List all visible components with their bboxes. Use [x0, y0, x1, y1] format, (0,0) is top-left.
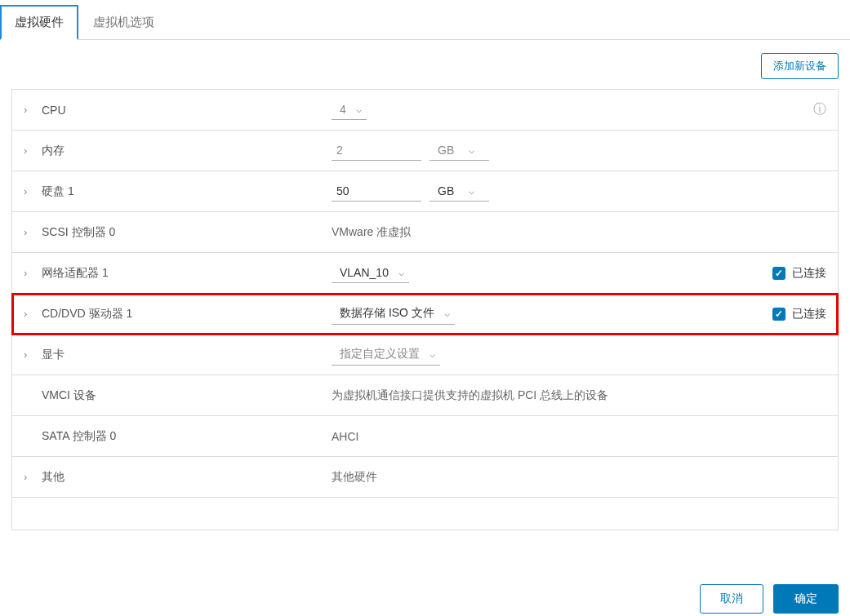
nic-select[interactable]: VLAN_10 ⌵ — [332, 263, 409, 283]
cddvd-connected-checkbox[interactable]: ✓ — [772, 308, 785, 321]
device-list: › CPU 4 ⌵ ⓘ › 内存 GB ⌵ › 硬盘 1 GB ⌵ — [11, 89, 839, 530]
row-scsi: › SCSI 控制器 0 VMware 准虚拟 — [12, 212, 838, 253]
disk-input[interactable] — [332, 181, 421, 202]
cpu-select[interactable]: 4 ⌵ — [332, 100, 367, 120]
tab-vm-options[interactable]: 虚拟机选项 — [78, 5, 169, 40]
row-label: CPU — [42, 104, 332, 117]
row-vmci: VMCI 设备 为虚拟机通信接口提供支持的虚拟机 PCI 总线上的设备 — [12, 375, 838, 416]
scsi-value: VMware 准虚拟 — [332, 225, 411, 240]
row-label: SCSI 控制器 0 — [42, 225, 332, 240]
row-gpu: › 显卡 指定自定义设置 ⌵ — [12, 335, 838, 375]
cddvd-connected-label: 已连接 — [792, 307, 826, 321]
disk-unit-select[interactable]: GB ⌵ — [429, 181, 489, 202]
memory-unit-select[interactable]: GB ⌵ — [429, 140, 489, 161]
toolbar: 添加新设备 — [0, 40, 850, 89]
tabs: 虚拟硬件 虚拟机选项 — [0, 0, 850, 40]
chevron-down-icon: ⌵ — [356, 104, 362, 115]
info-icon[interactable]: ⓘ — [813, 101, 826, 118]
row-label: 网络适配器 1 — [42, 266, 332, 281]
chevron-down-icon: ⌵ — [429, 348, 435, 360]
vmci-value: 为虚拟机通信接口提供支持的虚拟机 PCI 总线上的设备 — [332, 388, 608, 403]
nic-connected-label: 已连接 — [792, 266, 826, 281]
row-memory: › 内存 GB ⌵ — [12, 131, 838, 171]
row-cddvd: › CD/DVD 驱动器 1 数据存储 ISO 文件 ⌵ ✓ 已连接 — [12, 294, 838, 335]
chevron-right-icon[interactable]: › — [24, 471, 27, 483]
nic-connected-checkbox[interactable]: ✓ — [772, 267, 785, 280]
row-label: SATA 控制器 0 — [42, 429, 332, 444]
ok-button[interactable]: 确定 — [773, 584, 839, 614]
row-cpu: › CPU 4 ⌵ ⓘ — [12, 90, 838, 131]
row-label: 硬盘 1 — [42, 184, 332, 199]
sata-value: AHCI — [332, 430, 358, 443]
row-spacer — [12, 498, 838, 530]
row-label: 内存 — [42, 144, 332, 158]
tab-hardware[interactable]: 虚拟硬件 — [0, 5, 78, 40]
memory-input[interactable] — [332, 140, 421, 161]
row-label: CD/DVD 驱动器 1 — [42, 307, 332, 321]
chevron-down-icon: ⌵ — [398, 267, 404, 278]
chevron-down-icon: ⌵ — [469, 185, 474, 197]
chevron-right-icon[interactable]: › — [24, 308, 27, 320]
chevron-right-icon[interactable]: › — [24, 144, 27, 157]
row-label: VMCI 设备 — [42, 388, 332, 403]
chevron-right-icon[interactable]: › — [24, 104, 27, 116]
other-value: 其他硬件 — [332, 470, 377, 485]
cddvd-select[interactable]: 数据存储 ISO 文件 ⌵ — [332, 303, 455, 325]
chevron-right-icon[interactable]: › — [24, 226, 27, 238]
row-disk: › 硬盘 1 GB ⌵ — [12, 171, 838, 212]
cancel-button[interactable]: 取消 — [700, 584, 763, 614]
chevron-right-icon[interactable]: › — [24, 185, 27, 197]
chevron-right-icon[interactable]: › — [24, 348, 27, 361]
chevron-down-icon: ⌵ — [444, 308, 450, 319]
row-other: › 其他 其他硬件 — [12, 457, 838, 498]
row-sata: SATA 控制器 0 AHCI — [12, 416, 838, 457]
footer: 取消 确定 — [0, 530, 850, 616]
row-nic: › 网络适配器 1 VLAN_10 ⌵ ✓ 已连接 — [12, 253, 838, 294]
gpu-select[interactable]: 指定自定义设置 ⌵ — [332, 343, 440, 366]
chevron-right-icon[interactable]: › — [24, 267, 27, 279]
add-device-button[interactable]: 添加新设备 — [761, 53, 839, 79]
row-label: 显卡 — [42, 348, 332, 362]
chevron-down-icon: ⌵ — [469, 144, 474, 156]
row-label: 其他 — [42, 470, 332, 485]
